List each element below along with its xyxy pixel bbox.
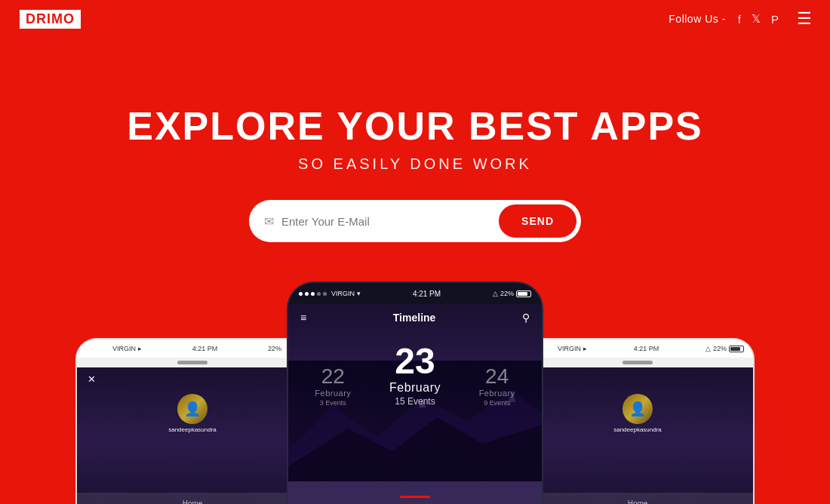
hero-title: EXPLORE YOUR BEST APPS <box>127 105 703 148</box>
phone-center-status: VIRGIN ▾ 4:21 PM △ 22% <box>288 283 542 304</box>
send-button[interactable]: SEND <box>499 204 576 238</box>
phone-center-signal: ▾ <box>357 290 361 297</box>
email-form: ✉ SEND <box>249 200 581 242</box>
avatar-name-right: sandeepkasundra <box>613 426 662 433</box>
phone-center-battery <box>516 290 531 297</box>
phone-right-signal: ▸ <box>583 345 587 352</box>
date-item-22: 22 February 3 Events <box>315 366 351 407</box>
email-input[interactable] <box>281 215 499 228</box>
phone-center-body: ≡ Timeline ⚲ 22 February 3 Events 23 Feb… <box>288 304 542 504</box>
avatar-name: sandeepkasundra <box>168 426 217 433</box>
date-month-24: February <box>479 389 515 398</box>
phone-right-footer: Home <box>522 493 753 504</box>
header: DRIMO Follow Us - f 𝕏 P ☰ <box>0 0 830 38</box>
hamburger-menu-icon[interactable]: ☰ <box>797 9 812 29</box>
date-month-23: February <box>389 381 441 395</box>
avatar: 👤 <box>177 394 208 424</box>
avatar-emoji-right: 👤 <box>629 401 646 417</box>
avatar-right: 👤 <box>622 394 653 424</box>
phone-left: VIRGIN ▸ 4:21 PM 22% ✕ 👤 sandeepkasundra… <box>75 338 309 504</box>
logo[interactable]: DRIMO <box>18 8 82 30</box>
date-events-24: 9 Events <box>479 399 515 407</box>
date-month-22: February <box>315 389 351 398</box>
phone-center: VIRGIN ▾ 4:21 PM △ 22% <box>287 281 543 504</box>
phone-right-battery-pct: 22% <box>713 345 727 352</box>
phone-center-time: 4:21 PM <box>413 290 441 298</box>
phone-left-time: 4:21 PM <box>192 345 218 352</box>
phone-left-avatar-area: 👤 sandeepkasundra <box>77 391 308 436</box>
phone-left-signal: ▸ <box>138 345 142 352</box>
search-icon[interactable]: ⚲ <box>522 312 530 324</box>
facebook-icon[interactable]: f <box>738 13 741 26</box>
close-icon[interactable]: ✕ <box>88 373 96 385</box>
phone-right-avatar-area: 👤 sandeepkasundra <box>522 391 753 436</box>
timeline-title: Timeline <box>393 312 436 324</box>
date-item-23: 23 February 15 Events <box>389 343 441 407</box>
date-item-24: 24 February 9 Events <box>479 366 515 407</box>
date-number-23: 23 <box>389 343 441 380</box>
phone-left-battery-pct: 22% <box>268 345 281 352</box>
phone-center-indicator <box>400 496 430 498</box>
date-events-22: 3 Events <box>315 399 351 407</box>
phone-left-footer: Home <box>77 493 308 504</box>
phone-center-topbar: ≡ Timeline ⚲ <box>288 304 542 328</box>
date-events-23: 15 Events <box>389 396 441 407</box>
phone-left-notch <box>177 361 208 364</box>
avatar-emoji: 👤 <box>184 401 201 417</box>
phone-center-carrier: VIRGIN <box>331 290 355 297</box>
hero-subtitle: SO EASILY DONE WORK <box>298 155 532 173</box>
phone-right-status: VIRGIN ▸ 4:21 PM △ 22% <box>522 340 753 358</box>
date-number-22: 22 <box>315 366 351 387</box>
phone-right-carrier: VIRGIN <box>558 345 581 352</box>
phone-right-topbar: ✕ <box>522 367 753 391</box>
pinterest-icon[interactable]: P <box>771 13 779 26</box>
phone-center-battery-pct: 22% <box>500 290 514 297</box>
phone-left-status: VIRGIN ▸ 4:21 PM 22% <box>77 340 308 358</box>
menu-icon[interactable]: ≡ <box>300 312 306 324</box>
phone-right-battery <box>729 346 744 352</box>
phone-right-time: 4:21 PM <box>634 345 659 352</box>
phone-left-carrier: VIRGIN <box>112 345 136 352</box>
phone-left-footer-text: Home <box>183 499 203 505</box>
phone-right-body: ✕ 👤 sandeepkasundra Home <box>522 367 753 504</box>
phone-right-battery-icon: △ <box>706 345 711 352</box>
social-icons: f 𝕏 P <box>738 12 779 26</box>
phone-right-notch <box>622 361 653 364</box>
phones-section: VIRGIN ▸ 4:21 PM 22% ✕ 👤 sandeepkasundra… <box>0 270 830 504</box>
follow-us-label: Follow Us - <box>669 13 726 25</box>
brand-name: DRIMO <box>26 11 75 26</box>
email-icon: ✉ <box>264 214 274 229</box>
phone-right: VIRGIN ▸ 4:21 PM △ 22% ✕ 👤 sandeepkasund… <box>521 338 755 504</box>
phone-center-battery-icon: △ <box>493 290 498 297</box>
phone-right-footer-text: Home <box>628 499 648 505</box>
date-number-24: 24 <box>479 366 515 387</box>
header-right: Follow Us - f 𝕏 P ☰ <box>669 9 812 29</box>
phone-timeline-dates: 22 February 3 Events 23 February 15 Even… <box>288 328 542 414</box>
phone-left-body: ✕ 👤 sandeepkasundra Home <box>77 367 308 504</box>
phone-left-topbar: ✕ <box>77 367 308 391</box>
twitter-icon[interactable]: 𝕏 <box>752 12 761 26</box>
hero-section: EXPLORE YOUR BEST APPS SO EASILY DONE WO… <box>0 38 830 294</box>
